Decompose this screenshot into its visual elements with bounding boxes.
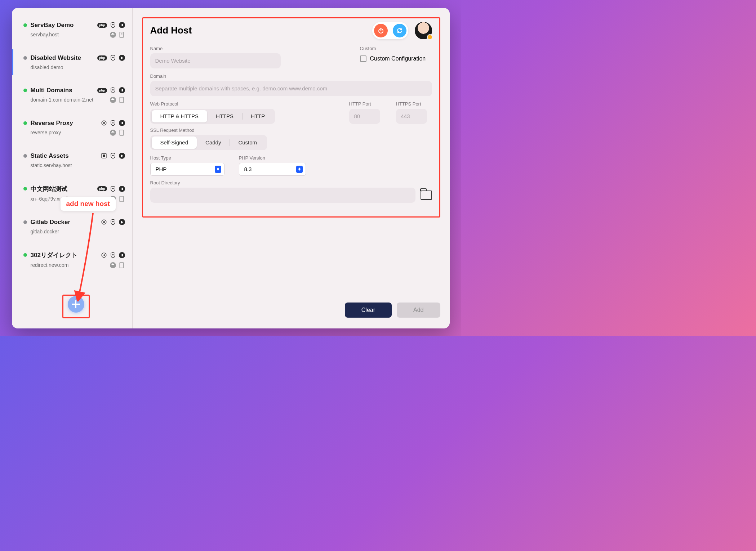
host-domain: redirect.new.com xyxy=(31,262,69,268)
play-icon[interactable] xyxy=(119,55,125,61)
status-dot-active xyxy=(23,187,27,191)
name-label: Name xyxy=(150,46,349,51)
folder-icon[interactable] xyxy=(421,191,432,200)
host-title: Reverse Proxy xyxy=(31,120,97,127)
ssl-option-custom[interactable]: Custom xyxy=(230,136,266,149)
svg-point-11 xyxy=(112,155,114,156)
log-icon[interactable] xyxy=(119,262,125,268)
custom-config-checkbox[interactable] xyxy=(360,55,366,62)
pause-icon[interactable] xyxy=(119,22,125,28)
http-port-input[interactable] xyxy=(349,109,380,124)
add-button[interactable]: Add xyxy=(397,303,440,318)
shield-icon xyxy=(110,219,116,225)
host-domain: servbay.host xyxy=(31,32,59,37)
svg-point-5 xyxy=(112,89,114,91)
svg-rect-8 xyxy=(120,130,124,135)
status-dot-inactive xyxy=(23,154,27,158)
https-port-input[interactable] xyxy=(396,109,427,124)
status-dot-inactive xyxy=(23,220,27,224)
status-dot-active xyxy=(23,89,27,92)
svg-point-17 xyxy=(112,254,114,255)
play-icon[interactable] xyxy=(119,153,125,159)
ssl-option-selfsigned[interactable]: Self-Signed xyxy=(152,136,197,149)
protocol-option-both[interactable]: HTTP & HTTPS xyxy=(152,110,207,122)
header-action-pill xyxy=(372,22,408,39)
pause-icon[interactable] xyxy=(119,252,125,258)
ssl-segmented: Self-Signed Caddy Custom xyxy=(150,135,267,150)
svg-point-0 xyxy=(112,24,114,26)
sidebar-item-reverse-proxy[interactable]: Reverse Proxy reverse.proxy xyxy=(21,115,132,141)
host-domain: static.servbay.host xyxy=(31,162,72,168)
play-icon[interactable] xyxy=(119,219,125,225)
status-dot-active xyxy=(23,23,27,27)
sidebar-item-gitlab-docker[interactable]: Gitlab Docker gitlab.docker xyxy=(21,214,132,239)
host-domain: reverse.proxy xyxy=(31,130,61,135)
compass-icon[interactable] xyxy=(110,262,116,268)
custom-label: Custom xyxy=(360,46,432,51)
custom-config-label: Custom Configuration xyxy=(370,55,426,62)
root-label: Root Directory xyxy=(150,180,432,185)
log-icon[interactable] xyxy=(119,97,125,103)
protocol-option-https[interactable]: HTTPS xyxy=(207,110,242,122)
status-dot-inactive xyxy=(23,56,27,60)
pause-icon[interactable] xyxy=(119,87,125,93)
sidebar-item-static-assets[interactable]: Static Assets static.servbay.host xyxy=(21,147,132,173)
svg-rect-6 xyxy=(120,97,124,103)
protocol-option-http[interactable]: HTTP xyxy=(242,110,274,122)
phpver-select[interactable]: 8.3 xyxy=(239,163,306,176)
svg-point-12 xyxy=(112,188,114,189)
chevron-updown-icon xyxy=(296,166,303,173)
sidebar-item-302-redirect[interactable]: 302リダイレクト redirect.new.com xyxy=(21,246,132,273)
hosttype-value: PHP xyxy=(156,166,167,172)
compass-icon[interactable] xyxy=(110,130,116,136)
sidebar-item-servbay-demo[interactable]: ServBay Demo php servbay.host xyxy=(21,17,132,43)
proxy-icon xyxy=(101,219,107,225)
host-title: Multi Domains xyxy=(31,87,94,94)
host-title: Gitlab Docker xyxy=(31,219,97,226)
protocol-label: Web Protocol xyxy=(150,101,338,107)
compass-icon[interactable] xyxy=(110,97,116,103)
redirect-icon xyxy=(101,252,107,258)
host-title: ServBay Demo xyxy=(31,22,94,29)
refresh-icon xyxy=(396,27,403,34)
domain-label: Domain xyxy=(150,73,432,79)
sidebar-item-multi-domains[interactable]: Multi Domains php domain-1.com domain-2.… xyxy=(21,82,132,108)
domain-input[interactable] xyxy=(150,81,432,96)
host-title: 302リダイレクト xyxy=(31,251,97,259)
clear-button[interactable]: Clear xyxy=(345,303,392,318)
power-button[interactable] xyxy=(374,24,388,37)
phpver-value: 8.3 xyxy=(244,166,252,172)
https-port-label: HTTPS Port xyxy=(396,101,432,107)
host-domain: disabled.demo xyxy=(31,64,63,70)
phpver-label: PHP Version xyxy=(239,155,306,161)
protocol-segmented: HTTP & HTTPS HTTPS HTTP xyxy=(150,109,275,124)
refresh-button[interactable] xyxy=(393,24,406,37)
ssl-option-caddy[interactable]: Caddy xyxy=(197,136,230,149)
host-title: Static Assets xyxy=(31,152,97,160)
add-host-button[interactable] xyxy=(68,296,84,313)
pause-icon[interactable] xyxy=(119,186,125,192)
annotation-form-highlight: Add Host xyxy=(142,17,440,218)
sidebar: ServBay Demo php servbay.host Disabled W… xyxy=(12,8,133,328)
annotation-callout: add new host xyxy=(61,197,116,211)
status-dot-active xyxy=(23,121,27,125)
svg-rect-13 xyxy=(120,196,124,202)
log-icon[interactable] xyxy=(119,130,125,136)
log-icon[interactable] xyxy=(119,32,125,38)
avatar[interactable] xyxy=(415,22,432,39)
shield-icon xyxy=(110,55,116,61)
svg-point-4 xyxy=(112,57,114,58)
hosttype-select[interactable]: PHP xyxy=(150,163,224,176)
compass-icon[interactable] xyxy=(110,32,116,38)
php-icon: php xyxy=(97,88,107,93)
log-icon[interactable] xyxy=(119,196,125,202)
host-domain: gitlab.docker xyxy=(31,229,59,234)
root-directory-input[interactable] xyxy=(150,188,415,203)
svg-rect-18 xyxy=(120,263,124,268)
http-port-label: HTTP Port xyxy=(349,101,385,107)
pause-icon[interactable] xyxy=(119,120,125,126)
php-icon: php xyxy=(97,55,107,61)
name-input[interactable] xyxy=(150,53,281,68)
sidebar-item-disabled-website[interactable]: Disabled Website php disabled.demo xyxy=(12,49,132,75)
status-dot-active xyxy=(23,253,27,257)
